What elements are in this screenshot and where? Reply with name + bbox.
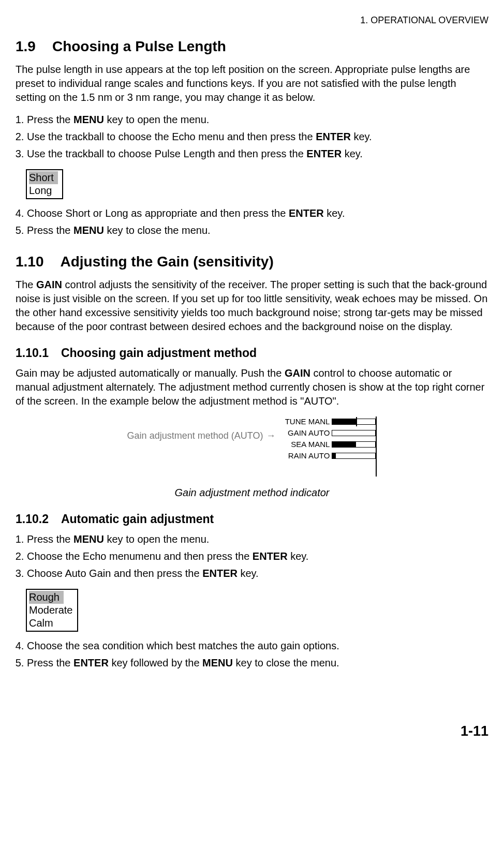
step-5: Press the ENTER key followed by the MENU… — [27, 656, 488, 670]
sea-row: SEA MANL — [280, 439, 376, 450]
tune-bar — [332, 419, 376, 425]
running-header: 1. OPERATIONAL OVERVIEW — [16, 14, 488, 26]
subsection-1-10-1-heading: 1.10.1Choosing gain adjustment method — [16, 345, 488, 361]
step-3: Use the trackball to choose Pulse Length… — [27, 147, 488, 161]
pulse-length-options-box: Short Long — [26, 169, 63, 199]
indicator-panel: TUNE MANL GAIN AUTO SEA MANL — [280, 416, 377, 477]
option-short: Short — [29, 171, 58, 184]
steps-list-1b: Choose Short or Long as appropriate and … — [16, 206, 488, 237]
steps-list-2: Press the MENU key to open the menu. Cho… — [16, 532, 488, 581]
section-number: 1.10 — [16, 252, 44, 272]
steps-list-2b: Choose the sea condition which best matc… — [16, 639, 488, 670]
section-title: Adjusting the Gain (sensitivity) — [61, 254, 274, 270]
option-long: Long — [29, 184, 58, 197]
page-number: 1-11 — [16, 722, 488, 740]
step-3: Choose Auto Gain and then press the ENTE… — [27, 567, 488, 581]
option-moderate: Moderate — [29, 604, 73, 617]
tune-row: TUNE MANL — [280, 416, 376, 427]
subsection-number: 1.10.1 — [16, 345, 49, 361]
section-1-10-heading: 1.10Adjusting the Gain (sensitivity) — [16, 252, 488, 272]
section-1-9-intro: The pulse length in use appears at the t… — [16, 63, 488, 105]
rain-row: RAIN AUTO — [280, 451, 376, 461]
sea-bar — [332, 441, 376, 448]
auto-gain-options-box: Rough Moderate Calm — [26, 589, 78, 632]
subsection-number: 1.10.2 — [16, 511, 49, 527]
gain-row: GAIN AUTO — [280, 428, 376, 438]
section-1-10-intro: The GAIN control adjusts the sensitivity… — [16, 278, 488, 334]
option-calm: Calm — [29, 617, 73, 630]
subsection-1-10-1-body: Gain may be adjusted automatically or ma… — [16, 366, 488, 408]
indicator-figure: Gain adjustment method (AUTO) → TUNE MAN… — [16, 416, 488, 477]
section-title: Choosing a Pulse Length — [52, 38, 226, 54]
step-4: Choose Short or Long as appropriate and … — [27, 206, 488, 220]
step-4: Choose the sea condition which best matc… — [27, 639, 488, 653]
gain-bar — [332, 430, 376, 436]
section-number: 1.9 — [16, 37, 36, 56]
step-2: Use the trackball to choose the Echo men… — [27, 130, 488, 144]
step-1: Press the MENU key to open the menu. — [27, 532, 488, 546]
step-1: Press the MENU key to open the menu. — [27, 113, 488, 127]
subsection-title: Choosing gain adjustment method — [61, 346, 257, 360]
section-1-9-heading: 1.9Choosing a Pulse Length — [16, 37, 488, 56]
subsection-1-10-2-heading: 1.10.2Automatic gain adjustment — [16, 511, 488, 527]
rain-bar — [332, 453, 376, 459]
pointer-label: Gain adjustment method (AUTO) — [127, 416, 266, 442]
option-rough: Rough — [29, 591, 73, 604]
steps-list-1: Press the MENU key to open the menu. Use… — [16, 113, 488, 161]
step-2: Choose the Echo menumenu and then press … — [27, 549, 488, 563]
arrow-icon: → — [266, 416, 280, 442]
step-5: Press the MENU key to close the menu. — [27, 224, 488, 237]
subsection-title: Automatic gain adjustment — [61, 512, 214, 526]
figure-caption: Gain adjustment method indicator — [16, 486, 488, 500]
